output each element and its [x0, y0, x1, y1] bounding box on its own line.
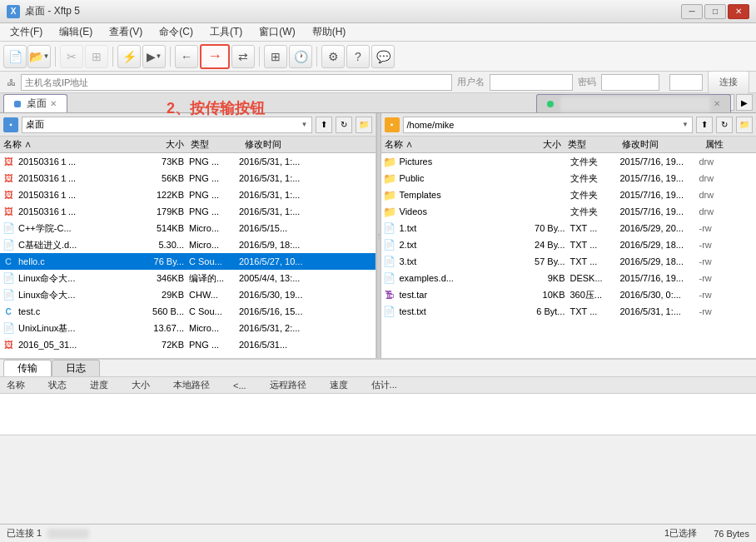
col-left-size[interactable]: 大小: [133, 138, 187, 151]
right-file-6[interactable]: 📄 3.txt 57 By... TXT ... 2016/5/29, 18..…: [381, 253, 757, 270]
tab-remote[interactable]: ✕: [536, 94, 731, 112]
col-right-name[interactable]: 名称 ∧: [381, 138, 510, 151]
right-file-0[interactable]: 📁 Pictures 文件夹 2015/7/16, 19... drw: [381, 153, 757, 170]
th-local-path: 本地路径: [170, 379, 213, 391]
clock-button[interactable]: 🕐: [289, 45, 312, 68]
tab-log[interactable]: 日志: [52, 360, 100, 376]
settings-button[interactable]: ⚙: [321, 45, 345, 68]
right-file-5[interactable]: 📄 2.txt 24 By... TXT ... 2016/5/29, 18..…: [381, 236, 757, 253]
left-panel-new-folder[interactable]: 📁: [356, 117, 372, 133]
toolbar-sep-2: [112, 47, 113, 67]
play-button[interactable]: ▶▼: [142, 45, 166, 68]
copy-button[interactable]: ⊞: [85, 45, 108, 68]
right-file-1[interactable]: 📁 Public 文件夹 2015/7/16, 19... drw: [381, 170, 757, 186]
password-label: 密码: [578, 76, 596, 88]
left-file-8[interactable]: 📄 Linux命令大... 29KB CHW... 2016/5/30, 19.…: [0, 286, 376, 303]
left-file-date-7: 2005/4/4, 13:...: [237, 273, 316, 283]
col-right-type[interactable]: 类型: [565, 138, 619, 151]
copy-files-button[interactable]: ⊞: [264, 45, 287, 68]
cut-button[interactable]: ✂: [60, 45, 83, 68]
left-file-6[interactable]: C hello.c 76 By... C Sou... 2016/5/27, 1…: [0, 253, 376, 270]
left-path-input[interactable]: 桌面 ▼: [22, 117, 312, 133]
left-file-5[interactable]: 📄 C基础进义.d... 5.30... Micro... 2016/5/9, …: [0, 236, 376, 253]
left-file-9[interactable]: C test.c 560 B... C Sou... 2016/5/16, 15…: [0, 303, 376, 320]
right-file-8[interactable]: 🗜 test.tar 10KB 360压... 2016/5/30, 0:...…: [381, 286, 757, 303]
remote-tab-addr: [560, 97, 710, 112]
menu-edit[interactable]: 编辑(E): [52, 23, 99, 41]
help-button[interactable]: ?: [346, 45, 370, 68]
connect-button[interactable]: 连接: [708, 71, 749, 94]
left-file-2[interactable]: 🖼 20150316１... 122KB PNG ... 2016/5/31, …: [0, 186, 376, 203]
back-button[interactable]: ←: [175, 45, 198, 68]
left-path-dropdown[interactable]: ▼: [301, 121, 308, 128]
file-icon-9: C: [2, 305, 15, 318]
file-icon-3: 🖼: [2, 205, 15, 218]
menu-tools[interactable]: 工具(T): [203, 23, 249, 41]
host-input[interactable]: [21, 74, 452, 91]
left-file-date-4: 2016/5/15...: [237, 223, 316, 233]
left-file-4[interactable]: 📄 C++学院-C... 514KB Micro... 2016/5/15...: [0, 220, 376, 236]
right-file-name-5: 2.txt: [398, 240, 519, 250]
open-button[interactable]: 📂▼: [27, 45, 51, 68]
col-left-modified[interactable]: 修改时间: [241, 138, 325, 151]
tab-close-remote[interactable]: ✕: [714, 99, 720, 108]
menu-help[interactable]: 帮助(H): [306, 23, 353, 41]
left-file-11[interactable]: 🖼 2016_05_31... 72KB PNG ... 2016/5/31..…: [0, 336, 376, 353]
left-file-name-6: hello.c: [17, 256, 137, 266]
right-path-input[interactable]: /home/mike ▼: [403, 117, 694, 133]
right-file-date-1: 2015/7/16, 19...: [619, 173, 698, 183]
left-file-size-11: 72KB: [137, 340, 187, 350]
port-input[interactable]: [669, 74, 703, 91]
right-file-3[interactable]: 📁 Videos 文件夹 2015/7/16, 19... drw: [381, 203, 757, 220]
left-file-type-9: C Sou...: [187, 306, 237, 316]
col-right-size[interactable]: 大小: [510, 138, 565, 151]
left-panel-up[interactable]: ⬆: [316, 117, 332, 133]
right-panel-up[interactable]: ⬆: [696, 117, 713, 133]
menu-file[interactable]: 文件(F): [3, 23, 49, 41]
col-right-attr[interactable]: 属性: [702, 138, 744, 151]
tab-desktop[interactable]: 桌面 ✕: [3, 94, 67, 112]
toolbar-sep-3: [170, 47, 171, 67]
right-panel: ▪ /home/mike ▼ ⬆ ↻ 📁 名称 ∧ 大小 类型 修改时间 属性 …: [381, 113, 757, 358]
right-file-icon-0: 📁: [383, 155, 396, 168]
close-button[interactable]: ✕: [728, 4, 749, 19]
new-session-button[interactable]: 📄: [3, 45, 27, 68]
left-file-1[interactable]: 🖼 20150316１... 56KB PNG ... 2016/5/31, 1…: [0, 170, 376, 186]
username-input[interactable]: [490, 74, 573, 91]
left-file-0[interactable]: 🖼 20150316１... 73KB PNG ... 2016/5/31, 1…: [0, 153, 376, 170]
sftp-button[interactable]: ⚡: [117, 45, 141, 68]
maximize-button[interactable]: □: [704, 4, 726, 19]
left-file-3[interactable]: 🖼 20150316１... 179KB PNG ... 2016/5/31, …: [0, 203, 376, 220]
right-file-size-4: 70 By...: [519, 223, 569, 233]
col-right-modified[interactable]: 修改时间: [619, 138, 702, 151]
right-file-4[interactable]: 📄 1.txt 70 By... TXT ... 2016/5/29, 20..…: [381, 220, 757, 236]
right-file-7[interactable]: 📄 examples.d... 9KB DESK... 2015/7/16, 1…: [381, 270, 757, 286]
password-input[interactable]: [601, 74, 659, 91]
left-file-date-10: 2016/5/31, 2:...: [237, 323, 316, 333]
col-left-name[interactable]: 名称 ∧: [0, 138, 133, 151]
right-path-dropdown[interactable]: ▼: [682, 121, 689, 128]
left-panel-refresh[interactable]: ↻: [336, 117, 352, 133]
tab-transfer[interactable]: 传输: [3, 360, 52, 376]
left-file-name-2: 20150316１...: [17, 189, 137, 201]
menu-view[interactable]: 查看(V): [102, 23, 149, 41]
tab-scroll-right[interactable]: ▶: [736, 94, 753, 111]
menu-command[interactable]: 命令(C): [152, 23, 200, 41]
right-panel-refresh[interactable]: ↻: [716, 117, 733, 133]
left-file-10[interactable]: 📄 UnixLinux基... 13.67... Micro... 2016/5…: [0, 320, 376, 336]
chat-button[interactable]: 💬: [371, 45, 395, 68]
sync-button[interactable]: ⇄: [231, 45, 255, 68]
right-panel-new-folder[interactable]: 📁: [736, 117, 753, 133]
right-file-2[interactable]: 📁 Templates 文件夹 2015/7/16, 19... drw: [381, 186, 757, 203]
menu-window[interactable]: 窗口(W): [252, 23, 301, 41]
left-file-7[interactable]: 📄 Linux命令大... 346KB 编译的... 2005/4/4, 13:…: [0, 270, 376, 286]
tab-close-desktop[interactable]: ✕: [50, 99, 57, 108]
minimize-button[interactable]: ─: [681, 4, 703, 19]
transfer-button[interactable]: →: [200, 44, 230, 69]
right-file-type-3: 文件夹: [569, 206, 619, 218]
col-left-type[interactable]: 类型: [187, 138, 241, 151]
right-file-9[interactable]: 📄 test.txt 6 Byt... TXT ... 2016/5/31, 1…: [381, 303, 757, 320]
file-icon-5: 📄: [2, 238, 15, 251]
left-file-type-0: PNG ...: [187, 157, 237, 167]
right-file-icon-7: 📄: [383, 271, 396, 285]
